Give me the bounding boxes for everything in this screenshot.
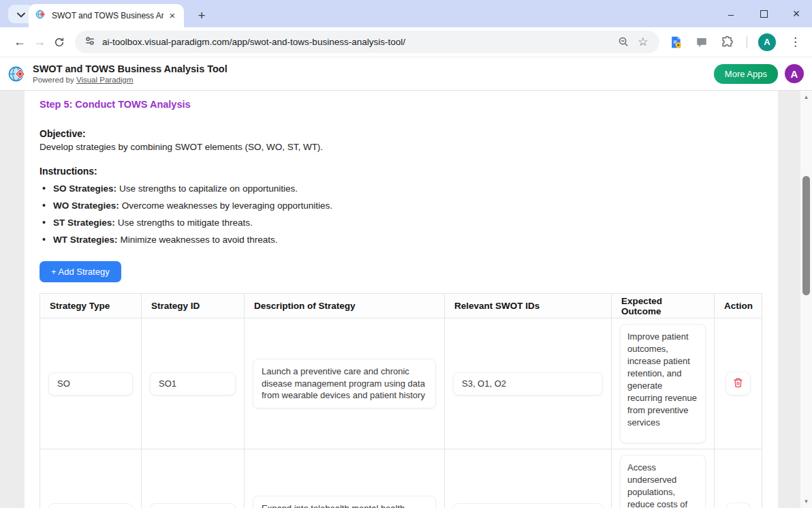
col-swot-ids: Relevant SWOT IDs xyxy=(445,294,612,318)
table-header-row: Strategy Type Strategy ID Description of… xyxy=(40,294,762,318)
col-expected-outcome: Expected Outcome xyxy=(612,294,715,318)
strategy-type-input[interactable]: SO xyxy=(48,372,133,395)
url-text[interactable]: ai-toolbox.visual-paradigm.com/app/swot-… xyxy=(102,37,614,47)
page-scrollbar[interactable]: ▲ ▼ xyxy=(800,91,812,508)
app-titles: SWOT and TOWS Business Analysis Tool Pow… xyxy=(33,63,714,84)
expected-outcome-input[interactable]: Access underserved populations, reduce c… xyxy=(620,455,706,508)
new-tab-button[interactable]: + xyxy=(193,7,210,25)
back-button[interactable]: ← xyxy=(10,31,29,53)
more-apps-button[interactable]: More Apps xyxy=(714,64,778,84)
swot-ids-input[interactable]: S3, O1, O2 xyxy=(453,372,603,395)
app-user-avatar[interactable]: A xyxy=(785,64,804,83)
delete-row-button[interactable] xyxy=(725,503,751,508)
scrollbar-thumb[interactable] xyxy=(802,176,810,295)
forward-button: → xyxy=(29,31,49,53)
site-settings-icon[interactable] xyxy=(84,35,95,49)
col-description: Description of Strategy xyxy=(245,294,445,318)
extensions-puzzle-icon[interactable] xyxy=(719,34,736,50)
tab-title: SWOT and TOWS Business Anal xyxy=(52,11,163,20)
table-row: SO SO1 Launch a preventive care and chro… xyxy=(40,318,762,449)
col-strategy-type: Strategy Type xyxy=(40,294,142,318)
browser-toolbar: ← → ai-toolbox.visual-paradigm.com/app/s… xyxy=(0,27,812,57)
minimize-button[interactable]: – xyxy=(725,8,737,20)
address-bar[interactable]: ai-toolbox.visual-paradigm.com/app/swot-… xyxy=(75,31,659,53)
app-header: SWOT and TOWS Business Analysis Tool Pow… xyxy=(0,57,812,91)
page-body: Step 5: Conduct TOWS Analysis Objective:… xyxy=(0,91,812,508)
col-action: Action xyxy=(715,294,762,318)
instruction-item: WO Strategies:Overcome weaknesses by lev… xyxy=(40,200,762,211)
description-input[interactable]: Launch a preventive care and chronic dis… xyxy=(253,359,436,408)
objective-label: Objective: xyxy=(40,128,762,139)
delete-row-button[interactable] xyxy=(725,372,751,395)
zoom-out-icon[interactable] xyxy=(614,33,634,52)
instructions-list: SO Strategies:Use strengths to capitaliz… xyxy=(40,183,762,245)
maximize-icon xyxy=(760,10,768,18)
close-window-button[interactable]: × xyxy=(790,7,802,21)
app-title: SWOT and TOWS Business Analysis Tool xyxy=(33,63,714,74)
swot-ids-input[interactable]: S3, O4 xyxy=(453,503,603,508)
visual-paradigm-favicon xyxy=(35,9,46,23)
browser-profile-avatar[interactable]: A xyxy=(758,33,776,51)
maximize-button[interactable] xyxy=(758,8,770,20)
tab-close-icon[interactable]: × xyxy=(166,10,178,22)
objective-text: Develop strategies by combining SWOT ele… xyxy=(40,142,762,152)
trash-icon xyxy=(733,377,743,391)
content-card: Step 5: Conduct TOWS Analysis Objective:… xyxy=(25,91,778,508)
bookmark-star-icon[interactable]: ☆ xyxy=(634,33,653,52)
scroll-down-icon[interactable]: ▼ xyxy=(800,496,812,507)
chevron-down-icon xyxy=(17,8,25,20)
chat-bubble-extension-icon[interactable] xyxy=(693,34,710,50)
instruction-item: ST Strategies:Use strengths to mitigate … xyxy=(40,217,762,228)
scroll-up-icon[interactable]: ▲ xyxy=(800,92,812,102)
window-controls: – × xyxy=(725,0,802,27)
browser-titlebar: SWOT and TOWS Business Anal × + – × xyxy=(0,0,812,27)
browser-menu-icon[interactable]: ⋮ xyxy=(785,35,805,49)
strategy-id-input[interactable]: SO2 xyxy=(150,503,236,508)
expected-outcome-input[interactable]: Improve patient outcomes, increase patie… xyxy=(620,324,706,443)
instructions-label: Instructions: xyxy=(40,166,762,177)
document-download-extension-icon[interactable] xyxy=(668,34,684,50)
toolbar-divider xyxy=(747,36,747,48)
browser-tab[interactable]: SWOT and TOWS Business Anal × xyxy=(29,4,184,27)
visual-paradigm-link[interactable]: Visual Paradigm xyxy=(76,76,134,84)
description-input[interactable]: Expand into telehealth mental health ser… xyxy=(253,496,436,508)
reload-button[interactable] xyxy=(50,31,69,53)
powered-by: Powered by Visual Paradigm xyxy=(33,76,714,84)
strategy-type-input[interactable]: SO xyxy=(48,503,133,508)
add-strategy-button[interactable]: + Add Strategy xyxy=(40,261,121,282)
instruction-item: SO Strategies:Use strengths to capitaliz… xyxy=(40,183,762,194)
strategy-id-input[interactable]: SO1 xyxy=(150,372,236,395)
step-title: Step 5: Conduct TOWS Analysis xyxy=(40,99,762,110)
col-strategy-id: Strategy ID xyxy=(142,294,245,318)
extensions-area: A ⋮ xyxy=(668,33,805,51)
strategy-table: Strategy Type Strategy ID Description of… xyxy=(40,293,762,508)
instruction-item: WT Strategies:Minimize weaknesses to avo… xyxy=(40,234,762,245)
table-row: SO SO2 Expand into telehealth mental hea… xyxy=(40,449,762,508)
visual-paradigm-logo xyxy=(8,65,27,83)
